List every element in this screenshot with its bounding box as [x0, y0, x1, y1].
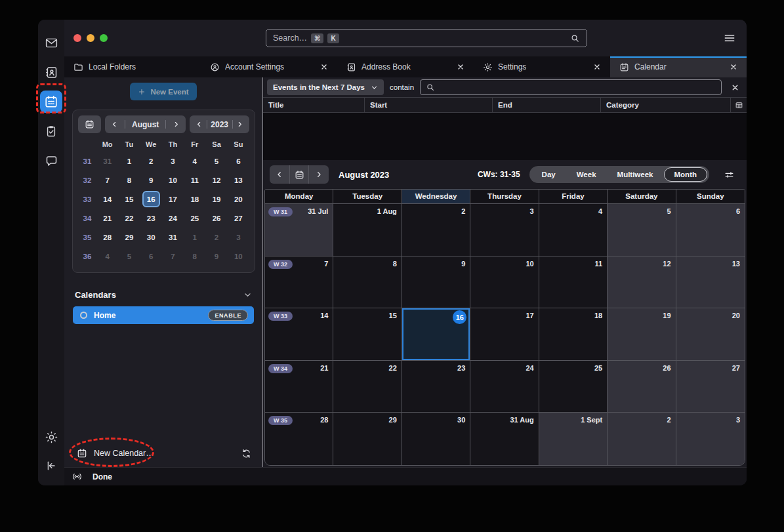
mini-calendar-day[interactable]: 17 [162, 190, 184, 209]
mini-calendar-today-button[interactable] [78, 115, 101, 133]
month-day-cell[interactable]: 4 [539, 204, 608, 256]
tab-address-book[interactable]: Address Book [337, 56, 474, 77]
tab-local-folders[interactable]: Local Folders [64, 56, 201, 77]
month-day-cell[interactable]: 20 [676, 308, 745, 361]
view-button-week[interactable]: Week [566, 167, 607, 182]
sidebar-item-address-book[interactable] [40, 61, 62, 83]
mini-calendar-day[interactable]: 2 [205, 228, 227, 247]
sidebar-item-tasks[interactable] [40, 120, 62, 142]
month-day-cell[interactable]: W 3528 [265, 413, 333, 465]
calendar-list-item-home[interactable]: Home ENABLE [73, 306, 254, 324]
mini-calendar-day[interactable]: 12 [205, 171, 227, 190]
sidebar-item-calendar[interactable] [40, 91, 62, 113]
previous-month-icon[interactable] [111, 121, 118, 128]
calendar-layout-options-icon[interactable] [724, 169, 735, 180]
minimize-window-button[interactable] [87, 34, 94, 42]
month-day-cell[interactable]: 22 [333, 361, 402, 413]
sync-icon[interactable] [241, 448, 252, 459]
sidebar-collapse-button[interactable] [40, 455, 62, 477]
sidebar-item-settings[interactable] [40, 426, 62, 448]
mini-calendar-day[interactable]: 5 [118, 247, 140, 266]
month-day-cell[interactable]: 10 [470, 256, 539, 309]
month-day-cell[interactable]: 18 [539, 308, 608, 361]
view-button-month[interactable]: Month [664, 167, 707, 182]
mini-calendar-day[interactable]: 10 [228, 247, 249, 266]
month-day-cell[interactable]: 17 [470, 308, 539, 361]
app-menu-button[interactable] [723, 31, 736, 45]
mini-calendar-day[interactable]: 21 [96, 209, 118, 228]
tab-account-settings[interactable]: Account Settings [201, 56, 337, 77]
month-day-cell[interactable]: 3 [470, 204, 539, 256]
close-tab-icon[interactable] [457, 63, 464, 71]
mini-calendar-day[interactable]: 28 [96, 228, 118, 247]
mini-calendar-day[interactable]: 18 [184, 190, 205, 209]
month-day-cell[interactable]: 1 Aug [333, 204, 402, 256]
zoom-window-button[interactable] [100, 34, 108, 42]
column-picker-button[interactable] [731, 98, 747, 112]
mini-calendar-day[interactable]: 19 [205, 190, 227, 209]
mini-calendar-day[interactable]: 9 [205, 247, 227, 266]
view-button-multiweek[interactable]: Multiweek [607, 167, 664, 182]
mini-calendar-day[interactable]: 24 [162, 209, 184, 228]
mini-calendar-day[interactable]: 26 [205, 209, 227, 228]
mini-calendar-day[interactable]: 30 [140, 228, 162, 247]
mini-calendar-day[interactable]: 10 [162, 171, 184, 190]
calendars-heading-row[interactable]: Calendars [73, 287, 254, 306]
mini-calendar-day[interactable]: 14 [96, 190, 118, 209]
new-event-button[interactable]: New Event [130, 83, 197, 100]
event-list-empty[interactable] [263, 113, 747, 160]
mini-calendar-day[interactable]: 3 [228, 228, 249, 247]
mini-calendar-day[interactable]: 25 [184, 209, 205, 228]
sidebar-item-chat[interactable] [40, 150, 62, 172]
mini-calendar-day[interactable]: 15 [118, 190, 140, 209]
sidebar-item-mail[interactable] [40, 31, 62, 54]
mini-calendar-day[interactable]: 27 [228, 209, 249, 228]
month-day-cell[interactable]: 26 [608, 361, 676, 413]
month-day-cell[interactable]: 8 [333, 256, 402, 309]
event-filter-dropdown[interactable]: Events in the Next 7 Days [267, 79, 384, 95]
month-day-cell[interactable]: W 327 [265, 256, 333, 309]
mini-calendar-day[interactable]: 2 [140, 152, 162, 171]
today-button[interactable] [289, 165, 309, 184]
mini-calendar-day[interactable]: 22 [118, 209, 140, 228]
close-tab-icon[interactable] [320, 63, 328, 71]
month-day-cell[interactable]: 2 [608, 413, 676, 465]
month-day-cell[interactable]: 12 [608, 256, 676, 309]
mini-calendar-day[interactable]: 4 [96, 247, 118, 266]
month-day-cell[interactable]: W 3421 [265, 361, 333, 413]
mini-calendar-day[interactable]: 9 [140, 171, 162, 190]
month-day-cell[interactable]: 16 [402, 308, 470, 361]
mini-calendar-day[interactable]: 6 [140, 247, 162, 266]
view-button-day[interactable]: Day [531, 167, 566, 182]
month-day-cell[interactable]: W 3314 [265, 308, 333, 361]
mini-calendar-day[interactable]: 31 [162, 228, 184, 247]
mini-calendar-day[interactable]: 8 [118, 171, 140, 190]
month-day-cell[interactable]: 11 [539, 256, 608, 309]
tab-settings[interactable]: Settings [474, 56, 610, 77]
mini-calendar-day[interactable]: 4 [184, 152, 205, 171]
clear-filter-icon[interactable] [728, 83, 743, 92]
event-table-column-start[interactable]: Start [365, 98, 493, 112]
month-day-cell[interactable]: 1 Sept [539, 413, 608, 465]
event-table-column-category[interactable]: Category [601, 98, 731, 112]
event-table-column-title[interactable]: Title [263, 98, 365, 112]
mini-calendar-day[interactable]: 3 [162, 152, 184, 171]
previous-period-button[interactable] [270, 165, 289, 184]
next-year-icon[interactable] [236, 121, 243, 128]
month-day-cell[interactable]: 2 [402, 204, 470, 256]
mini-calendar-day[interactable]: 11 [184, 171, 205, 190]
month-day-cell[interactable]: 27 [676, 361, 745, 413]
month-day-cell[interactable]: 23 [402, 361, 470, 413]
mini-calendar-day[interactable]: 31 [96, 152, 118, 171]
month-day-cell[interactable]: 19 [608, 308, 676, 361]
month-day-cell[interactable]: 13 [676, 256, 745, 309]
event-table-column-end[interactable]: End [493, 98, 601, 112]
month-day-cell[interactable]: 9 [402, 256, 470, 309]
new-calendar-button[interactable]: New Calendar… [94, 449, 154, 458]
month-day-cell[interactable]: 6 [676, 204, 745, 256]
month-day-cell[interactable]: 31 Aug [470, 413, 539, 465]
mini-calendar-day[interactable]: 7 [96, 171, 118, 190]
mini-calendar-day[interactable]: 29 [118, 228, 140, 247]
mini-calendar-day[interactable]: 6 [228, 152, 249, 171]
filter-search-input[interactable] [440, 83, 716, 92]
